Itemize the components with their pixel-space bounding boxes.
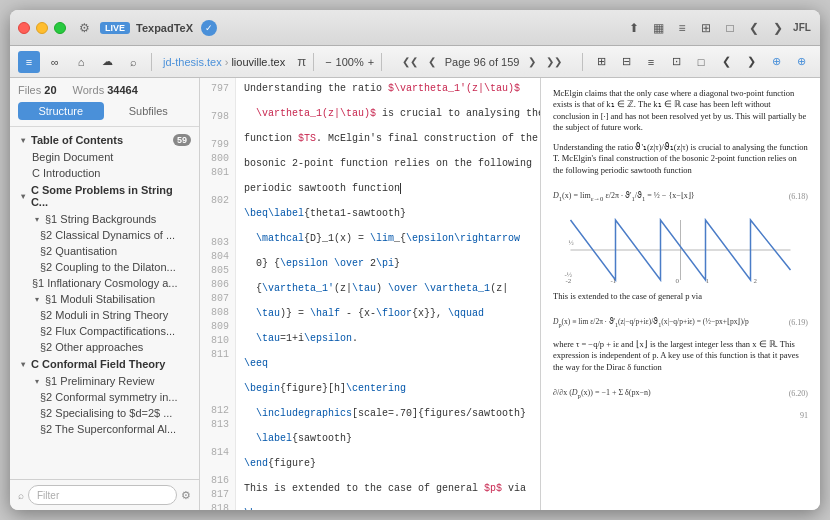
tree-item-bg[interactable]: ▾ §1 String Backgrounds: [10, 211, 199, 227]
tree-string-header[interactable]: ▾ C Some Problems in String C...: [10, 181, 199, 211]
filter-gear-icon[interactable]: ⚙: [181, 489, 191, 502]
tree-item-super[interactable]: §2 The Superconformal Al...: [10, 421, 199, 437]
search-btn[interactable]: ⌕: [122, 51, 144, 73]
window-icon[interactable]: □: [720, 18, 740, 38]
grid-icon[interactable]: ⊞: [696, 18, 716, 38]
page-back-btn[interactable]: ❮: [423, 53, 441, 71]
tree-item-moduli-string[interactable]: §2 Moduli in String Theory: [10, 307, 199, 323]
quant-label: §2 Quantisation: [40, 245, 117, 257]
tree-cft-header[interactable]: ▾ C Conformal Field Theory: [10, 355, 199, 373]
preview-content: McElgin claims that the only case where …: [541, 78, 820, 510]
tree-item-moduli[interactable]: ▾ §1 Moduli Stabilisation: [10, 291, 199, 307]
super-label: §2 The Superconformal Al...: [40, 423, 176, 435]
toc-chevron: ▾: [18, 135, 28, 145]
bg-label: §1 String Backgrounds: [45, 213, 156, 225]
tab-subfiles[interactable]: Subfiles: [106, 102, 192, 120]
sidebar-stats: Files 20 Words 34464: [18, 84, 191, 96]
moduli-chevron: ▾: [32, 294, 42, 304]
nav-fwd-btn[interactable]: ❯: [740, 51, 762, 73]
list-icon[interactable]: ≡: [672, 18, 692, 38]
words-stat: Words 34464: [73, 84, 138, 96]
view-btn-2[interactable]: ⊟: [615, 51, 637, 73]
ln-blank6: [200, 362, 235, 376]
tree-item-dilaton[interactable]: §2 Coupling to the Dilaton...: [10, 259, 199, 275]
home-btn[interactable]: ⌂: [70, 51, 92, 73]
words-label: Words: [73, 84, 105, 96]
tree-item-flux[interactable]: §2 Flux Compactifications...: [10, 323, 199, 339]
tree-item-other[interactable]: §2 Other approaches: [10, 339, 199, 355]
other-label: §2 Other approaches: [40, 341, 143, 353]
svg-text:2: 2: [754, 277, 758, 285]
spec-label: §2 Specialising to $d=2$ ...: [40, 407, 172, 419]
user-icon[interactable]: JFL: [792, 18, 812, 38]
prelim-chevron: ▾: [32, 376, 42, 386]
separator-4: [582, 53, 583, 71]
breadcrumb-root[interactable]: jd-thesis.tex: [163, 56, 222, 68]
back-icon[interactable]: ❮: [744, 18, 764, 38]
code-line-18: \beq: [244, 507, 532, 510]
minimize-button[interactable]: [36, 22, 48, 34]
tree-item-inflation[interactable]: §1 Inflationary Cosmology a...: [10, 275, 199, 291]
app-window: ⚙ LIVE TexpadTeX ✓ ⬆ ▦ ≡ ⊞ □ ❮ ❯ JFL ≡ ∞…: [10, 10, 820, 510]
title-bar-actions: ⬆ ▦ ≡ ⊞ □ ❮ ❯ JFL: [624, 18, 812, 38]
breadcrumb-current[interactable]: liouville.tex: [231, 56, 285, 68]
add-btn-1[interactable]: ⊕: [765, 51, 787, 73]
tree-toc-header[interactable]: ▾ Table of Contents 59: [10, 131, 199, 149]
ln-818: 818: [200, 502, 235, 510]
code-editor[interactable]: Understanding the ratio $\vartheta_1'(z|…: [236, 78, 540, 510]
zoom-in-btn[interactable]: +: [368, 56, 374, 68]
preview-eq3-area: ∂/∂x (Dp(x)) = −1 + Σ δ(px−n) (6.20): [553, 381, 808, 406]
tree-item-quant[interactable]: §2 Quantisation: [10, 243, 199, 259]
preview-para-1: McElgin claims that the only case where …: [553, 88, 808, 134]
ln-blank3: [200, 180, 235, 194]
tree-item-prelim[interactable]: ▾ §1 Preliminary Review: [10, 373, 199, 389]
page-last-btn[interactable]: ❯❯: [545, 53, 563, 71]
ln-797: 797: [200, 82, 235, 96]
zoom-out-btn[interactable]: −: [325, 56, 331, 68]
tree-item-begin[interactable]: Begin Document: [10, 149, 199, 165]
fullscreen-button[interactable]: [54, 22, 66, 34]
view-btn-4[interactable]: ⊡: [665, 51, 687, 73]
preview-text-1: McElgin claims that the only case where …: [553, 88, 808, 134]
page-next-btn[interactable]: ❯: [523, 53, 541, 71]
code-line-3: function $TS. McElgin's final constructi…: [244, 132, 532, 146]
gear-icon[interactable]: ⚙: [76, 20, 92, 36]
filter-input[interactable]: [28, 485, 177, 505]
tab-structure[interactable]: Structure: [18, 102, 104, 120]
tree-item-conf-sym[interactable]: §2 Conformal symmetry in...: [10, 389, 199, 405]
code-line-2: \vartheta_1(z|\tau)$ is crucial to analy…: [244, 107, 532, 121]
close-button[interactable]: [18, 22, 30, 34]
svg-text:½: ½: [569, 239, 574, 247]
page-prev-btn[interactable]: ❮❮: [401, 53, 419, 71]
view-btn-3[interactable]: ≡: [640, 51, 662, 73]
code-line-6: \beq\label{theta1-sawtooth}: [244, 207, 532, 221]
code-line-13: \begin{figure}[h]\centering: [244, 382, 532, 396]
ln-802: 802: [200, 194, 235, 208]
toc-badge: 59: [173, 134, 191, 146]
add-btn-2[interactable]: ⊕: [790, 51, 812, 73]
preview-eq1: D1(x) = limε→0 ε/2π · ϑ'1/ϑ1 = ½ − {x−⌊x…: [553, 190, 789, 203]
tree-item-classical[interactable]: §2 Classical Dynamics of ...: [10, 227, 199, 243]
ln-blank4: [200, 208, 235, 222]
string-chevron: ▾: [18, 191, 28, 201]
code-line-12: \eeq: [244, 357, 532, 371]
cloud-btn[interactable]: ☁: [96, 51, 118, 73]
infinity-btn[interactable]: ∞: [44, 51, 66, 73]
preview-eq2-area: Dp(x) ≡ lim ε/2π · ϑ'1(z|−q/p+iε)/ϑ1(x|−…: [553, 311, 808, 335]
view-btn-1[interactable]: ⊞: [590, 51, 612, 73]
view-btn-5[interactable]: □: [690, 51, 712, 73]
share-icon[interactable]: ⬆: [624, 18, 644, 38]
ln-blank8: [200, 390, 235, 404]
svg-text:0: 0: [676, 277, 680, 285]
code-line-14: \includegraphics[scale=.70]{figures/sawt…: [244, 407, 532, 421]
code-line-10: \tau)} = \half - {x-\floor{x}}, \qquad: [244, 307, 532, 321]
code-line-9: {\vartheta_1'(z|\tau) \over \vartheta_1(…: [244, 282, 532, 296]
layout-icon[interactable]: ▦: [648, 18, 668, 38]
live-badge: LIVE: [100, 22, 130, 34]
code-line-11: \tau=1+i\epsilon.: [244, 332, 532, 346]
forward-icon[interactable]: ❯: [768, 18, 788, 38]
sidebar-toggle-btn[interactable]: ≡: [18, 51, 40, 73]
nav-back-btn[interactable]: ❮: [715, 51, 737, 73]
tree-item-spec[interactable]: §2 Specialising to $d=2$ ...: [10, 405, 199, 421]
tree-item-intro[interactable]: C Introduction: [10, 165, 199, 181]
